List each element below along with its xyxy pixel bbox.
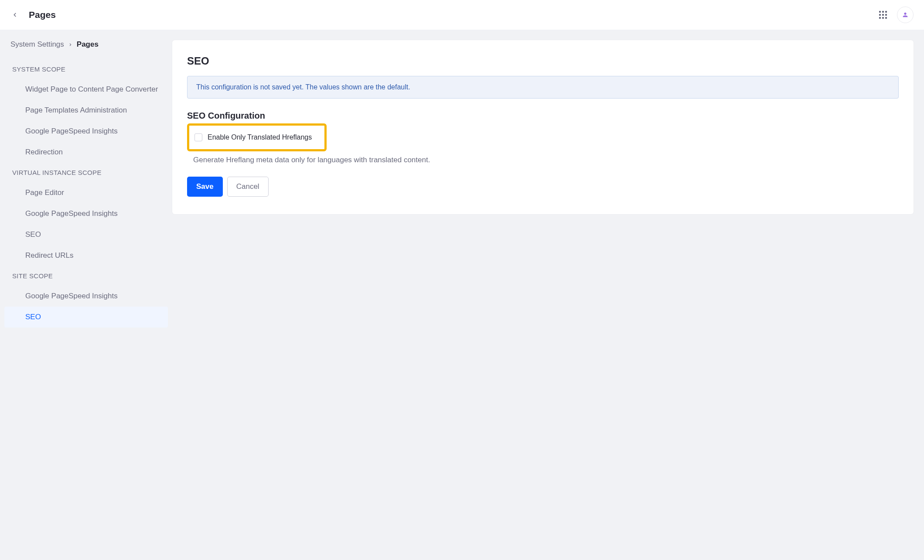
field-description: Generate Hreflang meta data only for lan… xyxy=(187,153,899,164)
enable-only-translated-hreflangs-checkbox[interactable] xyxy=(194,133,202,141)
sidebar-item-google-pagespeed-virtual[interactable]: Google PageSpeed Insights xyxy=(4,203,168,224)
sidebar: System Settings Pages SYSTEM SCOPE Widge… xyxy=(0,30,172,345)
settings-card: SEO This configuration is not saved yet.… xyxy=(172,40,914,214)
topbar-left: Pages xyxy=(9,9,56,21)
breadcrumb: System Settings Pages xyxy=(0,38,172,59)
sidebar-item-google-pagespeed-site[interactable]: Google PageSpeed Insights xyxy=(4,286,168,307)
nav-group-virtual-instance-scope: VIRTUAL INSTANCE SCOPE xyxy=(0,163,172,182)
page-title: Pages xyxy=(29,10,56,20)
sidebar-item-seo-virtual[interactable]: SEO xyxy=(4,224,168,245)
grid-icon xyxy=(879,11,887,19)
sidebar-item-google-pagespeed-system[interactable]: Google PageSpeed Insights xyxy=(4,121,168,142)
section-heading: SEO Configuration xyxy=(187,111,899,121)
user-icon xyxy=(902,11,909,18)
nav-group-system-scope: SYSTEM SCOPE xyxy=(0,59,172,79)
main: SEO This configuration is not saved yet.… xyxy=(172,30,924,225)
back-button[interactable] xyxy=(9,9,21,21)
chevron-left-icon xyxy=(12,12,18,18)
body: System Settings Pages SYSTEM SCOPE Widge… xyxy=(0,30,924,345)
checkbox-label: Enable Only Translated Hreflangs xyxy=(208,133,312,141)
breadcrumb-current: Pages xyxy=(77,40,99,49)
info-alert: This configuration is not saved yet. The… xyxy=(187,76,899,99)
sidebar-item-redirection[interactable]: Redirection xyxy=(4,142,168,163)
chevron-right-icon xyxy=(68,43,72,47)
cancel-button[interactable]: Cancel xyxy=(227,177,269,197)
sidebar-item-redirect-urls[interactable]: Redirect URLs xyxy=(4,245,168,266)
button-row: Save Cancel xyxy=(187,177,899,197)
sidebar-item-page-editor[interactable]: Page Editor xyxy=(4,182,168,203)
breadcrumb-separator xyxy=(68,40,72,49)
user-avatar[interactable] xyxy=(897,7,914,23)
breadcrumb-parent[interactable]: System Settings xyxy=(10,40,64,49)
sidebar-item-widget-page-converter[interactable]: Widget Page to Content Page Converter xyxy=(4,79,168,100)
sidebar-item-page-templates-admin[interactable]: Page Templates Administration xyxy=(4,100,168,121)
sidebar-item-seo-site[interactable]: SEO xyxy=(4,307,168,328)
nav-group-site-scope: SITE SCOPE xyxy=(0,266,172,286)
apps-button[interactable] xyxy=(876,8,890,22)
topbar: Pages xyxy=(0,0,924,30)
card-heading: SEO xyxy=(187,55,899,67)
topbar-right xyxy=(876,7,914,23)
highlighted-checkbox-row: Enable Only Translated Hreflangs xyxy=(187,123,327,151)
save-button[interactable]: Save xyxy=(187,177,223,197)
